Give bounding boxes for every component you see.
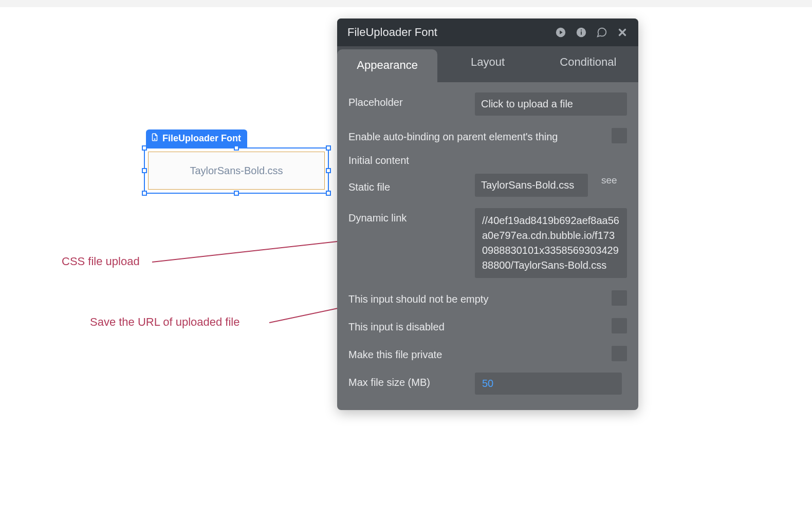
panel-tabs: Appearance Layout Conditional bbox=[337, 46, 638, 82]
element-type-badge: FileUploader Font bbox=[146, 129, 247, 147]
row-max-size: Max file size (MB) 50 bbox=[348, 373, 627, 395]
dynamic-link-label: Dynamic link bbox=[348, 208, 467, 224]
annotation-save-url: Save the URL of uploaded file bbox=[90, 315, 240, 329]
annotation-css-upload: CSS file upload bbox=[62, 255, 140, 268]
initial-content-label: Initial content bbox=[348, 155, 627, 166]
element-type-label: FileUploader Font bbox=[162, 133, 241, 144]
private-checkbox[interactable] bbox=[612, 346, 627, 361]
row-placeholder: Placeholder Click to upload a file bbox=[348, 92, 627, 116]
tab-label: Layout bbox=[471, 55, 505, 68]
auto-binding-checkbox[interactable] bbox=[612, 128, 627, 143]
file-icon bbox=[150, 133, 159, 144]
auto-binding-label: Enable auto-binding on parent element's … bbox=[348, 127, 603, 143]
private-label: Make this file private bbox=[348, 345, 603, 361]
tab-label: Conditional bbox=[560, 55, 616, 68]
property-panel[interactable]: FileUploader Font Appearance Layout Cond… bbox=[337, 18, 638, 410]
placeholder-label: Placeholder bbox=[348, 92, 467, 108]
resize-handle[interactable] bbox=[326, 145, 331, 151]
resize-handle[interactable] bbox=[234, 191, 239, 196]
app-top-strip bbox=[0, 0, 812, 7]
svg-rect-5 bbox=[581, 30, 582, 31]
static-file-input[interactable]: TaylorSans-Bold.css bbox=[475, 174, 588, 197]
resize-handle[interactable] bbox=[142, 191, 147, 196]
disabled-label: This input is disabled bbox=[348, 317, 603, 333]
selection-outline[interactable]: TaylorSans-Bold.css bbox=[144, 147, 329, 194]
resize-handle[interactable] bbox=[326, 191, 331, 196]
tab-label: Appearance bbox=[357, 59, 418, 71]
tab-conditional[interactable]: Conditional bbox=[538, 46, 638, 82]
resize-handle[interactable] bbox=[142, 168, 147, 173]
panel-body: Placeholder Click to upload a file Enabl… bbox=[337, 82, 638, 410]
row-auto-binding: Enable auto-binding on parent element's … bbox=[348, 127, 627, 143]
canvas-selected-element[interactable]: FileUploader Font TaylorSans-Bold.css bbox=[144, 129, 329, 194]
panel-header[interactable]: FileUploader Font bbox=[337, 18, 638, 46]
dynamic-link-input[interactable]: //40ef19ad8419b692aef8aa56a0e797ea.cdn.b… bbox=[475, 208, 627, 278]
comment-icon[interactable] bbox=[596, 27, 607, 38]
row-not-empty: This input should not be empty bbox=[348, 289, 627, 306]
row-disabled: This input is disabled bbox=[348, 317, 627, 333]
preview-icon[interactable] bbox=[555, 27, 566, 38]
file-uploader-value: TaylorSans-Bold.css bbox=[190, 165, 283, 177]
tab-layout[interactable]: Layout bbox=[437, 46, 538, 82]
svg-rect-4 bbox=[581, 31, 582, 34]
resize-handle[interactable] bbox=[326, 168, 331, 173]
not-empty-label: This input should not be empty bbox=[348, 289, 603, 305]
panel-title: FileUploader Font bbox=[347, 26, 437, 39]
file-uploader-preview[interactable]: TaylorSans-Bold.css bbox=[148, 152, 325, 190]
max-size-input[interactable]: 50 bbox=[475, 373, 622, 395]
max-size-label: Max file size (MB) bbox=[348, 373, 467, 388]
disabled-checkbox[interactable] bbox=[612, 318, 627, 333]
row-private: Make this file private bbox=[348, 345, 627, 361]
not-empty-checkbox[interactable] bbox=[612, 290, 627, 306]
resize-handle[interactable] bbox=[234, 145, 239, 151]
row-static-file: Static file TaylorSans-Bold.css see bbox=[348, 174, 627, 197]
resize-handle[interactable] bbox=[142, 145, 147, 151]
placeholder-input[interactable]: Click to upload a file bbox=[475, 92, 627, 116]
info-icon[interactable] bbox=[576, 27, 587, 38]
close-icon[interactable] bbox=[617, 27, 628, 38]
row-dynamic-link: Dynamic link //40ef19ad8419b692aef8aa56a… bbox=[348, 208, 627, 278]
tab-appearance[interactable]: Appearance bbox=[337, 49, 437, 82]
static-file-label: Static file bbox=[348, 177, 467, 193]
see-link[interactable]: see bbox=[601, 174, 617, 186]
